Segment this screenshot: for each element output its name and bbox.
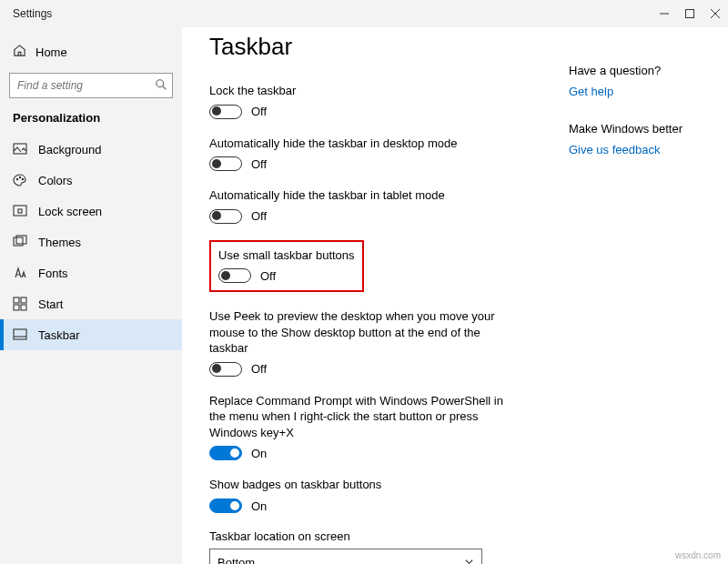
toggle-powershell[interactable] <box>209 446 242 460</box>
setting-small-buttons: Use small taskbar buttons Off <box>218 247 355 284</box>
highlighted-setting: Use small taskbar buttons Off <box>209 240 364 293</box>
setting-label: Show badges on taskbar buttons <box>209 477 519 493</box>
sidebar-item-start[interactable]: Start <box>0 288 182 319</box>
fonts-icon <box>13 266 27 280</box>
setting-lock-taskbar: Lock the taskbar Off <box>209 83 519 119</box>
setting-label: Automatically hide the taskbar in tablet… <box>209 187 519 204</box>
setting-label: Use small taskbar buttons <box>218 247 355 264</box>
home-label: Home <box>35 45 67 59</box>
sidebar-item-lockscreen[interactable]: Lock screen <box>0 196 182 227</box>
svg-line-5 <box>163 86 167 90</box>
nav-label: Fonts <box>38 267 68 280</box>
nav-label: Start <box>38 297 63 311</box>
home-icon <box>13 44 26 60</box>
dropdown-location[interactable]: Bottom <box>209 549 482 564</box>
svg-point-4 <box>157 80 164 87</box>
setting-peek: Use Peek to preview the desktop when you… <box>209 308 519 377</box>
palette-icon <box>13 173 27 187</box>
svg-rect-12 <box>14 237 23 246</box>
setting-autohide-tablet: Automatically hide the taskbar in tablet… <box>209 187 519 224</box>
svg-point-8 <box>19 176 20 177</box>
svg-rect-10 <box>14 206 26 216</box>
setting-badges: Show badges on taskbar buttons On <box>209 477 519 513</box>
get-help-link[interactable]: Get help <box>569 85 712 98</box>
taskbar-icon <box>13 327 27 342</box>
sidebar-item-taskbar[interactable]: Taskbar <box>0 319 182 350</box>
themes-icon <box>13 235 27 249</box>
setting-label: Replace Command Prompt with Windows Powe… <box>209 393 519 441</box>
page-title: Taskbar <box>209 33 569 61</box>
chevron-down-icon <box>464 556 474 564</box>
help-heading: Have a question? <box>569 64 712 77</box>
sidebar-item-colors[interactable]: Colors <box>0 165 182 196</box>
nav-label: Colors <box>38 174 73 187</box>
title-bar: Settings <box>0 0 728 27</box>
minimize-button[interactable] <box>652 0 677 27</box>
setting-label: Automatically hide the taskbar in deskto… <box>209 136 519 152</box>
svg-rect-11 <box>18 209 22 213</box>
sidebar: Home Personalization Background Colors L… <box>0 27 182 564</box>
toggle-peek[interactable] <box>209 362 242 377</box>
toggle-small-buttons[interactable] <box>218 268 251 283</box>
svg-rect-13 <box>16 236 26 244</box>
toggle-state: Off <box>251 362 267 376</box>
svg-rect-16 <box>14 305 19 310</box>
svg-rect-15 <box>21 297 26 303</box>
svg-rect-14 <box>14 297 19 303</box>
background-icon <box>13 142 27 156</box>
toggle-badges[interactable] <box>209 499 242 513</box>
sidebar-item-background[interactable]: Background <box>0 134 182 165</box>
watermark: wsxdn.com <box>675 550 721 560</box>
dropdown-label: Taskbar location on screen <box>209 529 569 543</box>
search-box[interactable] <box>9 73 173 98</box>
window-title: Settings <box>13 7 52 20</box>
nav-label: Background <box>38 143 101 156</box>
nav-label: Lock screen <box>38 205 102 218</box>
toggle-autohide-desktop[interactable] <box>209 156 242 171</box>
svg-point-9 <box>22 178 23 179</box>
lockscreen-icon <box>13 204 27 218</box>
setting-powershell: Replace Command Prompt with Windows Powe… <box>209 393 519 461</box>
category-header: Personalization <box>0 111 182 134</box>
maximize-button[interactable] <box>677 0 703 27</box>
toggle-state: Off <box>260 269 276 283</box>
sidebar-item-fonts[interactable]: Fonts <box>0 257 182 288</box>
setting-label: Lock the taskbar <box>209 83 519 99</box>
svg-rect-17 <box>21 305 26 310</box>
feedback-link[interactable]: Give us feedback <box>569 143 712 156</box>
setting-label: Use Peek to preview the desktop when you… <box>209 308 519 357</box>
toggle-state: Off <box>251 105 267 118</box>
search-icon <box>155 78 167 94</box>
toggle-state: Off <box>251 157 267 171</box>
feedback-heading: Make Windows better <box>569 122 712 136</box>
toggle-autohide-tablet[interactable] <box>209 209 242 224</box>
toggle-state: On <box>251 447 267 460</box>
main-content: Taskbar Lock the taskbar Off Automatical… <box>182 27 569 564</box>
svg-rect-1 <box>686 10 694 18</box>
toggle-state: On <box>251 499 267 513</box>
home-nav[interactable]: Home <box>0 38 182 65</box>
nav-list: Background Colors Lock screen Themes Fon… <box>0 134 182 350</box>
dropdown-value: Bottom <box>217 556 255 564</box>
nav-label: Themes <box>38 236 81 249</box>
search-input[interactable] <box>9 73 173 98</box>
svg-point-7 <box>16 178 17 179</box>
svg-rect-18 <box>14 329 26 339</box>
right-panel: Have a question? Get help Make Windows b… <box>569 27 728 564</box>
toggle-state: Off <box>251 209 267 223</box>
sidebar-item-themes[interactable]: Themes <box>0 227 182 257</box>
setting-autohide-desktop: Automatically hide the taskbar in deskto… <box>209 136 519 172</box>
nav-label: Taskbar <box>38 328 80 342</box>
close-button[interactable] <box>703 0 728 27</box>
toggle-lock-taskbar[interactable] <box>209 105 242 119</box>
start-icon <box>13 297 27 311</box>
